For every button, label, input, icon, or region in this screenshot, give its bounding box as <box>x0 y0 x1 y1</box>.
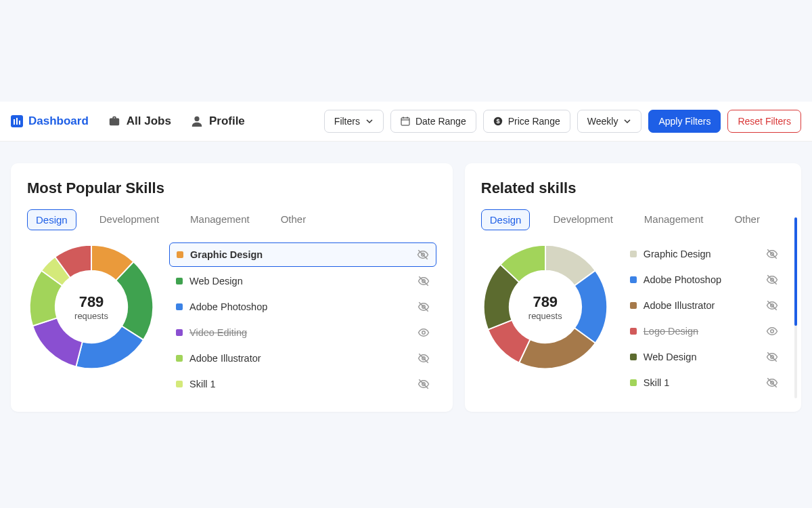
related-skills-title: Related skills <box>481 179 785 197</box>
popular-skills-legend: Graphic DesignWeb DesignAdobe PhotoshopV… <box>169 242 436 396</box>
eye-icon[interactable] <box>418 326 430 339</box>
eye-off-icon[interactable] <box>418 301 430 313</box>
legend-label: Adobe Illustrator <box>189 353 261 364</box>
legend-swatch <box>176 278 183 284</box>
related-skills-donut: 789 requests <box>481 242 610 371</box>
date-range-label: Date Range <box>415 116 466 127</box>
nav-alljobs[interactable]: All Jobs <box>108 114 171 128</box>
legend-swatch <box>630 251 637 257</box>
legend-swatch <box>176 381 183 387</box>
eye-off-icon[interactable] <box>766 299 778 312</box>
svg-text:$: $ <box>496 118 499 125</box>
tab-development[interactable]: Development <box>91 209 167 230</box>
filters-dropdown[interactable]: Filters <box>324 110 384 133</box>
eye-off-icon[interactable] <box>418 352 430 364</box>
legend-label: Web Design <box>189 276 243 287</box>
popular-skills-donut: 789 requests <box>27 242 156 371</box>
dashboard-icon <box>11 115 23 127</box>
related-legend-item[interactable]: Logo Design <box>623 320 785 343</box>
chevron-down-icon <box>623 117 631 125</box>
apply-filters-button[interactable]: Apply Filters <box>648 110 721 133</box>
profile-icon <box>190 114 204 128</box>
weekly-label: Weekly <box>587 116 618 127</box>
price-range-label: Price Range <box>508 116 560 127</box>
related-legend-item[interactable]: Adobe Illustrator <box>623 294 785 317</box>
related-skills-tabs: DesignDevelopmentManagementOther <box>481 209 785 230</box>
legend-swatch <box>176 355 183 362</box>
eye-icon[interactable] <box>766 325 778 337</box>
topbar: Dashboard All Jobs Profile Filters Date … <box>0 102 812 142</box>
legend-label: Graphic Design <box>644 249 711 259</box>
related-legend-item[interactable]: Adobe Photoshop <box>623 268 785 291</box>
nav-alljobs-label: All Jobs <box>127 114 171 128</box>
legend-swatch <box>630 354 637 360</box>
legend-label: Adobe Photoshop <box>189 301 267 312</box>
content: Most Popular Skills DesignDevelopmentMan… <box>0 142 812 433</box>
filter-bar: Filters Date Range $ Price Range Weekly … <box>324 110 801 133</box>
tab-management[interactable]: Management <box>636 209 712 230</box>
eye-off-icon[interactable] <box>766 248 778 260</box>
eye-off-icon[interactable] <box>766 351 778 363</box>
related-legend-item[interactable]: Skill 1 <box>623 371 785 394</box>
briefcase-icon <box>108 114 121 128</box>
popular-legend-item[interactable]: Skill 1 <box>169 373 436 396</box>
eye-off-icon[interactable] <box>766 377 778 389</box>
popular-legend-item[interactable]: Web Design <box>169 270 436 293</box>
tab-design[interactable]: Design <box>481 209 531 230</box>
popular-legend-item[interactable]: Adobe Photoshop <box>169 295 436 318</box>
weekly-dropdown[interactable]: Weekly <box>577 110 642 133</box>
related-legend-item[interactable]: Web Design <box>623 345 785 368</box>
calendar-icon <box>401 117 410 126</box>
popular-donut-label: requests <box>74 311 108 321</box>
legend-label: Logo Design <box>644 326 698 337</box>
legend-label: Graphic Design <box>190 249 263 260</box>
related-skills-legend: Graphic DesignAdobe PhotoshopAdobe Illus… <box>623 242 785 394</box>
filters-label: Filters <box>334 116 360 127</box>
tab-other[interactable]: Other <box>273 209 315 230</box>
nav-profile-label: Profile <box>209 114 245 128</box>
tab-design[interactable]: Design <box>27 209 76 230</box>
apply-filters-label: Apply Filters <box>658 116 710 127</box>
related-donut-label: requests <box>528 311 562 321</box>
legend-label: Adobe Illustrator <box>644 300 715 311</box>
eye-off-icon[interactable] <box>418 275 430 287</box>
legend-swatch <box>176 303 183 310</box>
popular-skills-tabs: DesignDevelopmentManagementOther <box>27 209 436 230</box>
scrollbar-thumb[interactable] <box>794 217 797 326</box>
reset-filters-button[interactable]: Reset Filters <box>727 110 801 133</box>
related-donut-value: 789 <box>533 293 558 311</box>
nav-dashboard[interactable]: Dashboard <box>11 114 89 128</box>
svg-point-16 <box>422 331 426 335</box>
popular-donut-value: 789 <box>79 293 104 311</box>
legend-label: Web Design <box>644 352 697 362</box>
price-range-button[interactable]: $ Price Range <box>483 110 570 133</box>
eye-off-icon[interactable] <box>766 274 778 286</box>
eye-off-icon[interactable] <box>418 378 430 390</box>
related-scrollbar[interactable] <box>794 217 797 398</box>
reset-filters-label: Reset Filters <box>738 116 791 127</box>
legend-label: Video Editing <box>189 327 247 338</box>
legend-swatch <box>177 251 183 258</box>
svg-rect-0 <box>14 119 15 125</box>
tab-management[interactable]: Management <box>182 209 258 230</box>
date-range-button[interactable]: Date Range <box>390 110 476 133</box>
popular-legend-item[interactable]: Adobe Illustrator <box>169 347 436 370</box>
svg-rect-4 <box>401 118 409 125</box>
tab-development[interactable]: Development <box>545 209 621 230</box>
tab-other[interactable]: Other <box>726 209 768 230</box>
legend-label: Skill 1 <box>644 377 670 388</box>
popular-legend-item[interactable]: Video Editing <box>169 321 436 344</box>
legend-label: Adobe Photoshop <box>644 274 721 285</box>
popular-skills-title: Most Popular Skills <box>27 179 436 197</box>
svg-rect-1 <box>16 118 18 125</box>
related-legend-item[interactable]: Graphic Design <box>623 242 785 266</box>
related-skills-card: Related skills DesignDevelopmentManageme… <box>465 163 801 412</box>
nav-profile[interactable]: Profile <box>190 114 245 128</box>
legend-label: Skill 1 <box>189 379 216 389</box>
svg-point-3 <box>194 117 199 121</box>
popular-legend-item[interactable]: Graphic Design <box>169 242 436 267</box>
legend-swatch <box>176 329 183 336</box>
eye-off-icon[interactable] <box>417 249 429 261</box>
svg-point-27 <box>771 330 774 333</box>
svg-rect-2 <box>19 121 20 125</box>
